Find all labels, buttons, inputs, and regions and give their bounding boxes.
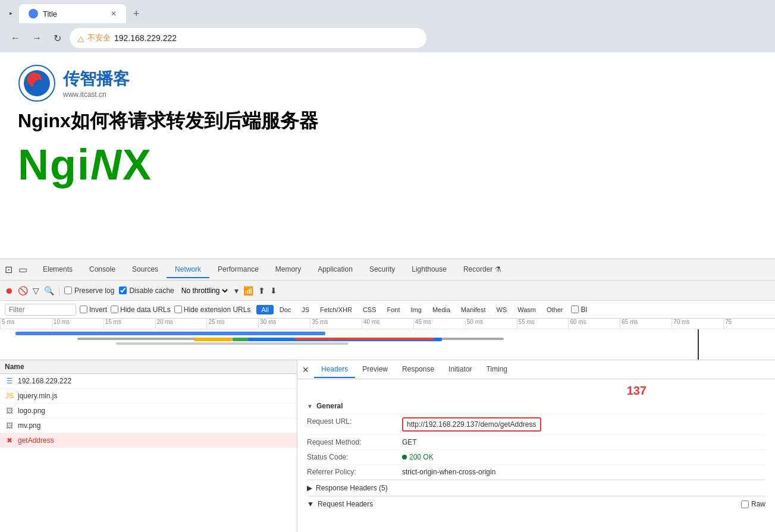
detail-tab-initiator[interactable]: Initiator — [441, 361, 479, 378]
filter-input[interactable] — [5, 304, 76, 316]
file-row-4[interactable]: 🖼 mv.png — [0, 418, 297, 433]
filter-css[interactable]: CSS — [358, 305, 381, 314]
throttle-select[interactable]: No throttling — [179, 286, 230, 295]
hide-ext-urls-checkbox[interactable]: Hide extension URLs — [174, 306, 251, 314]
network-toolbar: ⏺ 🚫 ▽ 🔍 Preserve log Disable cache No th… — [0, 281, 775, 301]
tick-20ms: 20 ms — [155, 319, 207, 329]
detail-close-button[interactable]: ✕ — [302, 365, 309, 374]
filter-doc[interactable]: Doc — [275, 305, 296, 314]
raw-checkbox[interactable]: Raw — [741, 500, 765, 508]
detail-tab-response[interactable]: Response — [395, 361, 441, 378]
filter-ws[interactable]: WS — [491, 305, 512, 314]
filter-all[interactable]: All — [256, 305, 273, 314]
tab-close-button[interactable]: ✕ — [111, 10, 117, 18]
tab-favicon — [29, 9, 38, 18]
nginx-logo: NgiNX — [18, 140, 757, 189]
file-row-2[interactable]: JS jquery.min.js — [0, 389, 297, 404]
filter-js[interactable]: JS — [297, 305, 314, 314]
tab-network[interactable]: Network — [167, 262, 209, 278]
filter-bar: Invert Hide data URLs Hide extension URL… — [0, 301, 775, 319]
response-toggle-icon: ▶ — [307, 484, 312, 492]
filter-manifest[interactable]: Manifest — [456, 305, 491, 314]
filter-media[interactable]: Media — [428, 305, 455, 314]
status-code-value: 200 OK — [402, 453, 765, 461]
new-tab-button[interactable]: + — [128, 5, 145, 23]
throttle-dropdown-icon[interactable]: ▾ — [234, 286, 239, 295]
general-section-header[interactable]: ▼ General — [307, 398, 765, 414]
section-toggle-icon: ▼ — [307, 403, 313, 410]
tab-recorder[interactable]: Recorder ⚗ — [455, 262, 510, 278]
tab-title: Title — [43, 10, 106, 18]
filter-wasm[interactable]: Wasm — [513, 305, 541, 314]
general-section-label: General — [316, 402, 343, 410]
clear-icon[interactable]: 🚫 — [18, 286, 28, 295]
page-content: 传智播客 www.itcast.cn Nginx如何将请求转发到后端服务器 Ng… — [0, 52, 775, 290]
detail-tab-timing[interactable]: Timing — [479, 361, 514, 378]
tab-console[interactable]: Console — [81, 262, 124, 278]
back-button[interactable]: ← — [7, 30, 24, 46]
browser-tab[interactable]: Title ✕ — [19, 4, 126, 23]
insecure-label: 不安全 — [87, 33, 111, 43]
raw-input[interactable] — [741, 500, 749, 508]
tick-65ms: 65 ms — [620, 319, 672, 329]
reload-button[interactable]: ↻ — [50, 30, 65, 46]
detail-tab-headers[interactable]: Headers — [314, 361, 355, 378]
tab-back-nav[interactable]: ‣ — [5, 7, 17, 21]
filter-other[interactable]: Other — [542, 305, 568, 314]
disable-cache-checkbox[interactable]: Disable cache — [119, 287, 174, 295]
invert-input[interactable] — [80, 306, 87, 313]
request-url-value: http://192.168.229.137/demo/getAddress — [402, 417, 765, 432]
preserve-log-input[interactable] — [64, 287, 72, 294]
tab-application[interactable]: Application — [309, 262, 361, 278]
tab-elements[interactable]: Elements — [34, 262, 81, 278]
filter-icon[interactable]: ▽ — [33, 286, 39, 295]
filter-font[interactable]: Font — [382, 305, 405, 314]
tick-5ms: 5 ms — [0, 319, 52, 329]
hide-ext-urls-input[interactable] — [174, 306, 182, 313]
request-method-label: Request Method: — [307, 438, 402, 446]
tick-10ms: 10 ms — [52, 319, 103, 329]
preserve-log-checkbox[interactable]: Preserve log — [64, 287, 114, 295]
address-bar-box[interactable]: △ 不安全 192.168.229.222 — [70, 28, 426, 48]
request-method-row: Request Method: GET — [307, 435, 765, 450]
insecure-icon: △ — [78, 34, 84, 43]
wifi-icon[interactable]: 📶 — [243, 286, 253, 295]
filter-img[interactable]: Img — [406, 305, 426, 314]
tab-sources[interactable]: Sources — [124, 262, 167, 278]
bl-checkbox[interactable]: Bl — [571, 305, 587, 314]
timeline-bars — [0, 329, 775, 360]
forward-button[interactable]: → — [29, 30, 45, 46]
inspect-icon[interactable]: ⊡ — [2, 262, 15, 278]
tab-performance[interactable]: Performance — [209, 262, 267, 278]
site-url: www.itcast.cn — [63, 90, 130, 99]
record-icon[interactable]: ⏺ — [5, 286, 13, 295]
hide-data-urls-input[interactable] — [111, 306, 118, 313]
tab-memory[interactable]: Memory — [267, 262, 309, 278]
file-name-3: logo.png — [18, 407, 45, 415]
hide-data-urls-checkbox[interactable]: Hide data URLs — [111, 306, 171, 314]
file-name-1: 192.168.229.222 — [18, 377, 71, 385]
request-method-value: GET — [402, 438, 765, 446]
tab-security[interactable]: Security — [361, 262, 403, 278]
file-row-5[interactable]: ✖ getAddress — [0, 433, 297, 448]
invert-checkbox[interactable]: Invert — [80, 306, 107, 314]
upload-icon[interactable]: ⬆ — [258, 286, 265, 295]
bl-input[interactable] — [571, 306, 579, 313]
file-row-1[interactable]: ☰ 192.168.229.222 — [0, 374, 297, 389]
disable-cache-input[interactable] — [119, 287, 127, 294]
site-logo: 传智播客 www.itcast.cn — [18, 64, 757, 102]
tick-35ms: 35 ms — [310, 319, 362, 329]
search-icon[interactable]: 🔍 — [44, 286, 54, 295]
img-icon-2: 🖼 — [5, 421, 14, 430]
device-icon[interactable]: ▭ — [16, 262, 30, 278]
detail-content: 137 ▼ General Request URL: http://192.16… — [297, 379, 775, 517]
filter-fetch[interactable]: Fetch/XHR — [315, 305, 357, 314]
request-headers-toggle[interactable]: ▼ Request Headers Raw — [307, 496, 765, 512]
divider1 — [59, 286, 59, 295]
detail-tab-preview[interactable]: Preview — [355, 361, 395, 378]
file-row-3[interactable]: 🖼 logo.png — [0, 404, 297, 418]
response-headers-toggle[interactable]: ▶ Response Headers (5) — [307, 480, 765, 496]
tab-lighthouse[interactable]: Lighthouse — [403, 262, 455, 278]
download-icon[interactable]: ⬇ — [270, 286, 277, 295]
request-url-row: Request URL: http://192.168.229.137/demo… — [307, 414, 765, 435]
